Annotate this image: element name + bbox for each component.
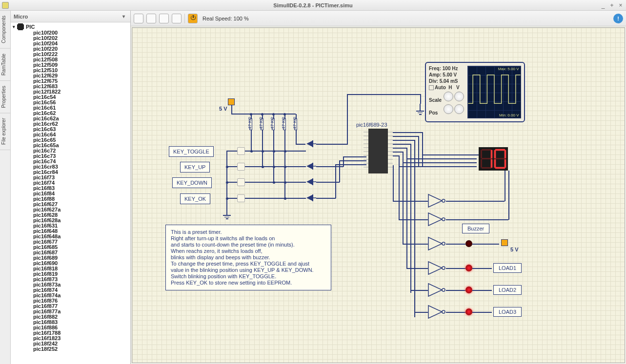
tree-item[interactable]: pic16f677	[13, 239, 130, 245]
minimize-button[interactable]: _	[600, 2, 606, 9]
tree-item[interactable]: pic16f886	[13, 325, 130, 330]
tree-item[interactable]: pic16f1788	[13, 330, 130, 336]
tree-item[interactable]: pic16f628	[13, 212, 130, 218]
load1-label[interactable]: LOAD1	[493, 263, 522, 273]
saveas-button[interactable]	[172, 14, 182, 23]
tree-item[interactable]: pic16f882	[13, 314, 130, 320]
load2-label[interactable]: LOAD2	[493, 285, 522, 295]
buzzer-led[interactable]	[465, 240, 472, 247]
oscilloscope[interactable]: Freq: 100 Hz Amp: 5.00 V Div: 5.04 mS Au…	[425, 62, 525, 122]
tree-item[interactable]: pic12f675	[13, 78, 130, 84]
pos-v-knob[interactable]	[454, 104, 464, 114]
save-button[interactable]	[159, 14, 169, 23]
tree-item[interactable]: pic12f510	[13, 68, 130, 73]
tree-item[interactable]: pic16f648a	[13, 234, 130, 239]
tree-item[interactable]: pic16c61	[13, 105, 130, 111]
maximize-button[interactable]: +	[608, 2, 615, 9]
tree-item[interactable]: pic16f73	[13, 175, 130, 180]
tree-item[interactable]: pic12f629	[13, 73, 130, 78]
tree-item[interactable]: pic16f883	[13, 320, 130, 325]
tree-item[interactable]: pic16c56	[13, 100, 130, 105]
tree-item[interactable]: pic16f648	[13, 229, 130, 234]
tree-item[interactable]: pic16f631	[13, 223, 130, 229]
tree-item[interactable]: pic16c54	[13, 95, 130, 100]
tree-item[interactable]: pic16f685	[13, 245, 130, 250]
info-button[interactable]: !	[613, 14, 623, 23]
tree-item[interactable]: pic16f74	[13, 180, 130, 186]
seven-segment-display[interactable]	[479, 147, 508, 171]
tree-item[interactable]: pic16f874a	[13, 293, 130, 298]
diode[interactable]	[305, 194, 316, 202]
tree-item[interactable]: pic16f84	[13, 191, 130, 196]
tree-item[interactable]: pic16f873a	[13, 282, 130, 287]
expand-icon[interactable]: ▾	[13, 24, 15, 29]
tree-item[interactable]: pic16f83	[13, 186, 130, 191]
power-button[interactable]	[188, 14, 198, 23]
power-source-top[interactable]	[228, 98, 235, 105]
tree-item[interactable]: pic10f202	[13, 36, 130, 41]
tree-item[interactable]: pic16f687	[13, 250, 130, 255]
tree-item[interactable]: pic16f873	[13, 277, 130, 282]
tree-item[interactable]: pic10f222	[13, 52, 130, 57]
diode[interactable]	[305, 178, 316, 186]
power-source-right[interactable]	[501, 239, 508, 246]
tab-properties[interactable]: Properties	[0, 81, 10, 114]
tree-item[interactable]: pic16c65a	[13, 143, 130, 148]
scale-h-knob[interactable]	[444, 92, 453, 101]
tree-item[interactable]: pic10f200	[13, 30, 130, 36]
load1-led[interactable]	[465, 265, 472, 271]
diode[interactable]	[305, 162, 316, 170]
switch[interactable]	[237, 163, 245, 171]
tree-item[interactable]: pic12f508	[13, 57, 130, 62]
load3-label[interactable]: LOAD3	[493, 307, 522, 317]
tree-item[interactable]: pic16f874	[13, 287, 130, 293]
collapse-icon[interactable]: ▾	[122, 14, 128, 19]
key-up[interactable]: KEY_UP	[180, 162, 210, 172]
key-toggle[interactable]: KEY_TOGGLE	[169, 146, 214, 157]
key-ok[interactable]: KEY_OK	[180, 193, 210, 204]
tree-item[interactable]: pic16f818	[13, 266, 130, 271]
tree-item[interactable]: pic16f1823	[13, 336, 130, 341]
new-button[interactable]	[134, 14, 143, 23]
tree-item[interactable]: pic16f627	[13, 202, 130, 207]
tree-item[interactable]: pic16f628a	[13, 218, 130, 223]
switch[interactable]	[237, 147, 245, 155]
tab-components[interactable]: Components	[0, 11, 10, 49]
tree-item[interactable]: pic10f220	[13, 46, 130, 52]
tree-item[interactable]: pic16c65	[13, 137, 130, 143]
tree-item[interactable]: pic16c72	[13, 148, 130, 153]
tree-item[interactable]: pic16f88	[13, 196, 130, 202]
tree-item[interactable]: pic12f683	[13, 84, 130, 89]
load3-led[interactable]	[465, 308, 472, 315]
tree-item[interactable]: pic16c62a	[13, 116, 130, 121]
tree-root-pic[interactable]: ▾ PIC	[13, 23, 130, 30]
tree-item[interactable]: pic16cr84	[13, 170, 130, 175]
buzzer-label[interactable]: Buzzer	[462, 224, 489, 233]
scale-v-knob[interactable]	[454, 92, 464, 101]
tree-item[interactable]: pic16f877a	[13, 309, 130, 314]
open-button[interactable]	[146, 14, 156, 23]
tree-item[interactable]: pic16f690	[13, 261, 130, 266]
switch[interactable]	[237, 194, 245, 202]
tree-item[interactable]: pic12f509	[13, 62, 130, 68]
tree-item[interactable]: pic12f1822	[13, 89, 130, 95]
tree-item[interactable]: pic16c74	[13, 159, 130, 164]
tab-file-explorer[interactable]: File explorer	[0, 113, 10, 150]
schematic-canvas[interactable]: 5 V 47 KΩ 47 KΩ 47 KΩ 47 KΩ 47 KΩ	[132, 27, 625, 363]
tree-item[interactable]: pic18f242	[13, 341, 130, 346]
tree-item[interactable]: pic16c62	[13, 111, 130, 116]
tree-item[interactable]: pic16f877	[13, 304, 130, 309]
auto-checkbox[interactable]	[429, 85, 434, 90]
tree-item[interactable]: pic18f252	[13, 346, 130, 352]
tree-item[interactable]: pic16cr83	[13, 164, 130, 170]
tree-item[interactable]: pic16cr62	[13, 121, 130, 127]
tree-item[interactable]: pic16c73	[13, 153, 130, 159]
pos-h-knob[interactable]	[444, 104, 453, 114]
tree-item[interactable]: pic16c63	[13, 127, 130, 132]
switch[interactable]	[237, 178, 245, 186]
tree-item[interactable]: pic10f204	[13, 41, 130, 46]
key-down[interactable]: KEY_DOWN	[172, 177, 212, 188]
tree-item[interactable]: pic16f689	[13, 255, 130, 261]
tree-item[interactable]: pic16f876	[13, 298, 130, 304]
tab-ramtable[interactable]: RamTable	[0, 49, 10, 81]
